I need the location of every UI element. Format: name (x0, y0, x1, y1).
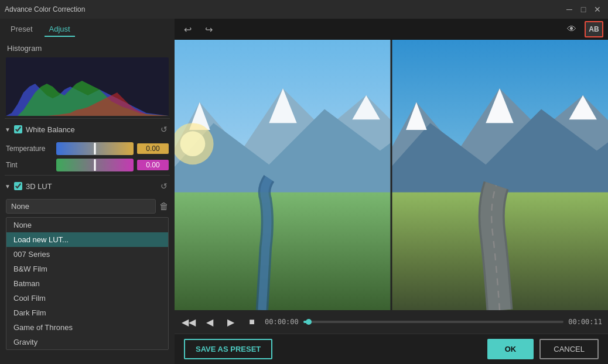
tint-thumb (94, 159, 96, 171)
histogram-box (6, 57, 169, 116)
white-balance-header[interactable]: ▼ White Balance ↺ (0, 120, 175, 139)
white-balance-chevron-icon: ▼ (5, 126, 11, 133)
white-balance-reset-icon[interactable]: ↺ (158, 123, 170, 135)
right-panel: ↩ ↪ 👁 AB before (175, 19, 608, 364)
redo-button[interactable]: ↪ (200, 21, 217, 37)
lut-chevron-icon: ▼ (5, 183, 11, 190)
eye-icon[interactable]: 👁 (563, 21, 580, 37)
lut-dropdown-row: None Load new LUT... 007 Series B&W Film… (6, 199, 169, 214)
close-button[interactable]: ✕ (592, 4, 603, 15)
left-panel-scroll: Histogram ▼ White Balance ↺ (0, 37, 175, 364)
lut-item-bw[interactable]: B&W Film (6, 262, 168, 276)
lut-3d-title: 3D LUT (26, 182, 155, 191)
cancel-button[interactable]: CANCEL (539, 339, 599, 359)
ok-button[interactable]: OK (487, 339, 534, 359)
undo-button[interactable]: ↩ (179, 21, 196, 37)
lut-dropdown[interactable]: None Load new LUT... 007 Series B&W Film… (6, 199, 156, 214)
video-before-panel: before (175, 40, 391, 310)
lut-3d-header[interactable]: ▼ 3D LUT ↺ (0, 177, 175, 195)
title-bar: Advance Color Correction ─ □ ✕ (0, 0, 608, 19)
time-current: 00:00:00 (265, 318, 299, 326)
svg-point-8 (180, 131, 206, 156)
app-title: Advance Color Correction (5, 5, 85, 13)
white-balance-title: White Balance (26, 125, 155, 134)
tab-adjust[interactable]: Adjust (45, 22, 75, 37)
lut-item-got[interactable]: Game of Thrones (6, 320, 168, 335)
temperature-label: Temperature (6, 145, 53, 153)
lut-item-dark[interactable]: Dark Film (6, 305, 168, 320)
lut-item-load-new[interactable]: Load new LUT... (6, 232, 168, 247)
tint-slider[interactable] (56, 159, 134, 171)
temperature-thumb (94, 143, 96, 154)
tab-bar: Preset Adjust (0, 19, 175, 37)
video-split-container: before (175, 40, 608, 310)
ab-toggle-button[interactable]: AB (585, 21, 603, 37)
temperature-value: 0.00 (137, 143, 169, 154)
progress-bar[interactable] (303, 321, 563, 323)
window-controls: ─ □ ✕ (563, 4, 603, 15)
action-bar: SAVE AS PRESET OK CANCEL (175, 334, 608, 364)
left-panel: Preset Adjust Histogram ▼ (0, 19, 175, 364)
video-after-panel: after (391, 40, 608, 310)
ok-cancel-buttons: OK CANCEL (487, 339, 599, 359)
tint-label: Tint (6, 161, 53, 169)
divider-histogram (5, 118, 170, 119)
maximize-button[interactable]: □ (578, 4, 589, 15)
video-preview: before (175, 40, 608, 310)
frame-back-button[interactable]: ◀ (201, 314, 218, 330)
lut-item-gravity[interactable]: Gravity (6, 335, 168, 349)
lut-list: None Load new LUT... 007 Series B&W Film… (6, 217, 169, 350)
time-end: 00:00:11 (568, 318, 602, 326)
playback-controls: ◀◀ ◀ ▶ ■ 00:00:00 00:00:11 (175, 310, 608, 334)
stop-button[interactable]: ■ (244, 314, 260, 330)
temperature-slider[interactable] (56, 142, 134, 155)
svg-rect-6 (175, 193, 391, 310)
lut-item-none[interactable]: None (6, 218, 168, 232)
play-button[interactable]: ▶ (223, 314, 239, 330)
preview-header: ↩ ↪ 👁 AB (175, 19, 608, 40)
tint-value: 0.00 (137, 160, 169, 170)
temperature-row: Temperature 0.00 (6, 142, 169, 155)
lut-3d-reset-icon[interactable]: ↺ (158, 180, 170, 192)
lut-3d-checkbox[interactable] (14, 182, 22, 190)
skip-back-button[interactable]: ◀◀ (180, 314, 197, 330)
white-balance-checkbox[interactable] (14, 125, 22, 133)
split-divider[interactable] (391, 40, 392, 310)
histogram-label: Histogram (0, 42, 175, 55)
lut-delete-button[interactable]: 🗑 (159, 201, 169, 212)
main-layout: Preset Adjust Histogram ▼ (0, 19, 608, 364)
lut-item-cool[interactable]: Cool Film (6, 291, 168, 305)
tab-preset[interactable]: Preset (6, 22, 37, 37)
minimize-button[interactable]: ─ (563, 4, 575, 15)
divider-wb (5, 175, 170, 176)
tint-row: Tint 0.00 (6, 159, 169, 171)
progress-dot (306, 319, 312, 325)
save-preset-button[interactable]: SAVE AS PRESET (184, 339, 272, 359)
lut-item-batman[interactable]: Batman (6, 276, 168, 291)
lut-item-007[interactable]: 007 Series (6, 247, 168, 262)
